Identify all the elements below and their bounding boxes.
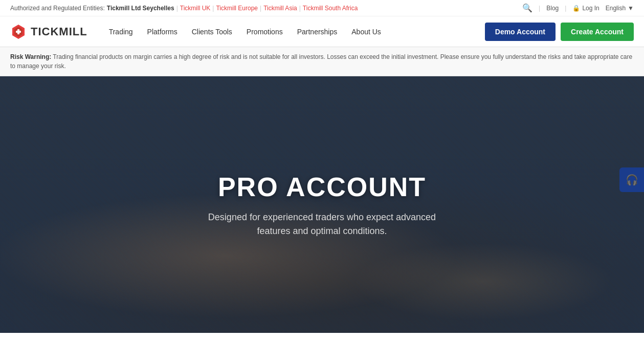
lock-icon: 🔒 <box>572 5 580 12</box>
entity-seychelles: Tickmill Ltd Seychelles <box>107 5 174 12</box>
headset-icon: 🎧 <box>626 174 638 186</box>
support-widget[interactable]: 🎧 <box>619 167 644 192</box>
nav-left: TICKMILL Trading Platforms Clients Tools… <box>10 24 387 40</box>
tickmill-logo-icon <box>10 24 27 40</box>
svg-rect-4 <box>16 31 21 33</box>
nav-partnerships[interactable]: Partnerships <box>291 24 344 40</box>
login-label: Log In <box>582 5 599 12</box>
create-account-button[interactable]: Create Account <box>561 23 634 41</box>
nav-links: Trading Platforms Clients Tools Promotio… <box>103 24 387 40</box>
top-bar-right: 🔍 | Blog | 🔒 Log In English ▼ <box>522 3 634 13</box>
top-bar: Authorized and Regulated Entities: Tickm… <box>0 0 644 16</box>
nav-clients-tools[interactable]: Clients Tools <box>186 24 238 40</box>
entity-asia-link[interactable]: Tickmill Asia <box>263 5 297 12</box>
login-link[interactable]: 🔒 Log In <box>572 5 599 12</box>
risk-warning-text: Trading financial products on margin car… <box>10 53 632 70</box>
risk-warning-bar: Risk Warning: Trading financial products… <box>0 47 644 76</box>
authorized-text: Authorized and Regulated Entities: <box>10 5 105 12</box>
logo-text: TICKMILL <box>31 25 87 38</box>
nav-platforms[interactable]: Platforms <box>141 24 184 40</box>
demo-account-button[interactable]: Demo Account <box>485 23 556 41</box>
logo[interactable]: TICKMILL <box>10 24 87 40</box>
hero-content: PRO ACCOUNT Designed for experienced tra… <box>194 172 450 238</box>
nav-about-us[interactable]: About Us <box>345 24 387 40</box>
entity-uk-link[interactable]: Tickmill UK <box>180 5 211 12</box>
main-navigation: TICKMILL Trading Platforms Clients Tools… <box>0 16 644 47</box>
chevron-down-icon: ▼ <box>628 5 634 12</box>
entity-europe-link[interactable]: Tickmill Europe <box>216 5 258 12</box>
nav-promotions[interactable]: Promotions <box>240 24 289 40</box>
nav-right: Demo Account Create Account <box>485 23 634 41</box>
hero-title: PRO ACCOUNT <box>194 172 450 202</box>
nav-trading[interactable]: Trading <box>103 24 139 40</box>
blog-link[interactable]: Blog <box>546 5 559 12</box>
authorized-entities: Authorized and Regulated Entities: Tickm… <box>10 5 358 12</box>
risk-warning-label: Risk Warning: <box>10 53 51 60</box>
search-icon[interactable]: 🔍 <box>522 3 532 13</box>
hero-section: PRO ACCOUNT Designed for experienced tra… <box>0 76 644 333</box>
hero-subtitle: Designed for experienced traders who exp… <box>194 210 450 238</box>
language-selector[interactable]: English ▼ <box>606 5 634 12</box>
entity-southafrica-link[interactable]: Tickmill South Africa <box>303 5 358 12</box>
language-label: English <box>606 5 626 12</box>
